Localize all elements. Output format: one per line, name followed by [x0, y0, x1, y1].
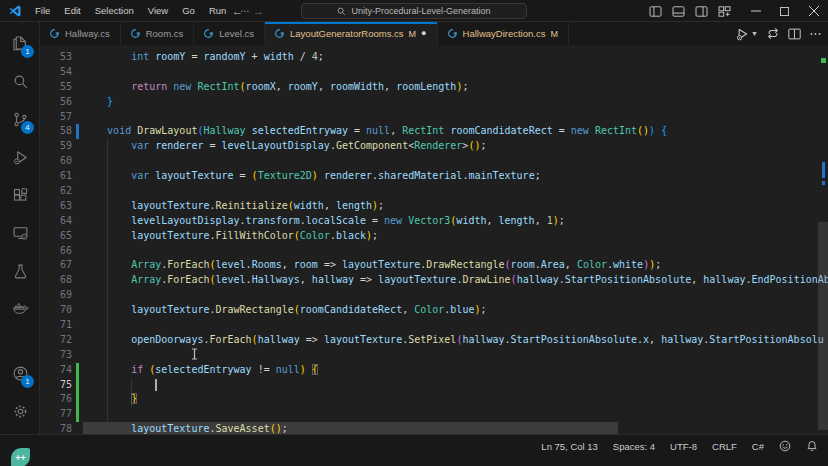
line-number[interactable]: 61 — [40, 169, 72, 184]
customize-layout-icon[interactable] — [713, 0, 736, 22]
extensions-activity-item[interactable] — [0, 176, 40, 214]
toggle-panel-icon[interactable] — [667, 0, 690, 22]
tab-hallwaydirection-cs[interactable]: HallwayDirection.csM — [438, 22, 569, 45]
line-number[interactable]: 74 — [40, 363, 72, 378]
search-activity-item[interactable] — [0, 62, 40, 100]
vertical-scrollbar[interactable] — [818, 222, 828, 430]
notifications-bell-icon[interactable] — [806, 440, 818, 452]
run-dropdown-chevron-icon[interactable]: ▼ — [751, 30, 758, 37]
code-line-68[interactable]: 68 Array.ForEach(level.Hallways, hallway… — [40, 273, 828, 288]
line-number[interactable]: 67 — [40, 258, 72, 273]
code-line-54[interactable]: 54 — [40, 65, 828, 80]
gutter[interactable] — [72, 318, 83, 333]
feedback-smiley-icon[interactable] — [779, 440, 791, 452]
code-line-55[interactable]: 55 return new RectInt(roomX, roomY, room… — [40, 80, 828, 95]
code-line-73[interactable]: 73 — [40, 348, 828, 363]
line-number[interactable]: 72 — [40, 333, 72, 348]
settings-gear-activity-item[interactable] — [0, 392, 40, 430]
code-line-63[interactable]: 63 layoutTexture.Reinitialize(width, len… — [40, 199, 828, 214]
line-number[interactable]: 57 — [40, 110, 72, 125]
gutter[interactable] — [72, 169, 83, 184]
run-or-debug-button[interactable]: ▼ — [733, 24, 760, 44]
menu-selection[interactable]: Selection — [88, 2, 141, 20]
explorer-activity-item[interactable]: 1 — [0, 24, 40, 62]
status-indentation[interactable]: Spaces: 4 — [613, 441, 655, 452]
line-number[interactable]: 54 — [40, 65, 72, 80]
line-number[interactable]: 63 — [40, 199, 72, 214]
code-line-76[interactable]: 76 } — [40, 392, 828, 407]
command-center[interactable]: Unity-Procedural-Level-Generation — [301, 3, 527, 19]
back-button[interactable]: ← — [232, 5, 243, 17]
code-line-66[interactable]: 66 — [40, 244, 828, 259]
code-line-77[interactable]: 77 — [40, 407, 828, 422]
remote-explorer-activity-item[interactable] — [0, 214, 40, 252]
line-number[interactable]: 70 — [40, 303, 72, 318]
line-number[interactable]: 55 — [40, 80, 72, 95]
menu-file[interactable]: File — [28, 2, 57, 20]
toggle-secondary-sidebar-icon[interactable] — [690, 0, 713, 22]
more-actions-icon[interactable] — [807, 24, 824, 44]
gutter[interactable] — [72, 214, 83, 229]
line-number[interactable]: 71 — [40, 318, 72, 333]
source-control-activity-item[interactable]: 4 — [0, 100, 40, 138]
line-number[interactable]: 64 — [40, 214, 72, 229]
line-number[interactable]: 65 — [40, 229, 72, 244]
gutter[interactable] — [72, 422, 83, 434]
code-line-61[interactable]: 61 var layoutTexture = (Texture2D) rende… — [40, 169, 828, 184]
line-number[interactable]: 76 — [40, 392, 72, 407]
gutter[interactable] — [72, 229, 83, 244]
line-number[interactable]: 77 — [40, 407, 72, 422]
split-editor-icon[interactable] — [786, 24, 803, 44]
code-line-53[interactable]: 53 int roomY = randomY + width / 4; — [40, 50, 828, 65]
gutter[interactable] — [72, 154, 83, 169]
code-line-75[interactable]: 75 — [40, 378, 828, 393]
code-editor[interactable]: 53 int roomY = randomY + width / 4;5455 … — [40, 45, 828, 434]
gutter[interactable] — [72, 378, 83, 393]
gutter[interactable] — [72, 407, 83, 422]
code-line-64[interactable]: 64 levelLayoutDisplay.transform.localSca… — [40, 214, 828, 229]
menu-run[interactable]: Run — [202, 2, 233, 20]
tab-level-cs[interactable]: Level.cs — [194, 22, 265, 45]
gutter[interactable] — [72, 95, 83, 110]
testing-activity-item[interactable] — [0, 252, 40, 290]
gutter[interactable] — [72, 258, 83, 273]
code-line-58[interactable]: 58 void DrawLayout(Hallway selectedEntry… — [40, 124, 828, 139]
gutter[interactable] — [72, 199, 83, 214]
minimize-icon[interactable] — [741, 0, 770, 22]
gutter[interactable] — [72, 124, 83, 139]
code-line-71[interactable]: 71 — [40, 318, 828, 333]
line-number[interactable]: 53 — [40, 50, 72, 65]
gutter[interactable] — [72, 303, 83, 318]
code-line-57[interactable]: 57 — [40, 110, 828, 125]
dirty-dot-icon[interactable]: ● — [421, 29, 426, 38]
line-number[interactable]: 78 — [40, 422, 72, 434]
gutter[interactable] — [72, 363, 83, 378]
code-line-67[interactable]: 67 Array.ForEach(level.Rooms, room => la… — [40, 258, 828, 273]
code-line-56[interactable]: 56 } — [40, 95, 828, 110]
gutter[interactable] — [72, 288, 83, 303]
line-number[interactable]: 68 — [40, 273, 72, 288]
line-number[interactable]: 75 — [40, 378, 72, 393]
toggle-primary-sidebar-icon[interactable] — [644, 0, 667, 22]
code-line-60[interactable]: 60 — [40, 154, 828, 169]
gutter[interactable] — [72, 65, 83, 80]
line-number[interactable]: 56 — [40, 95, 72, 110]
gutter[interactable] — [72, 80, 83, 95]
status-encoding[interactable]: UTF-8 — [670, 441, 697, 452]
line-number[interactable]: 73 — [40, 348, 72, 363]
line-number[interactable]: 62 — [40, 184, 72, 199]
code-line-70[interactable]: 70 layoutTexture.DrawRectangle(roomCandi… — [40, 303, 828, 318]
close-icon[interactable] — [799, 0, 828, 22]
gutter[interactable] — [72, 392, 83, 407]
gutter[interactable] — [72, 50, 83, 65]
line-number[interactable]: 66 — [40, 244, 72, 259]
line-number[interactable]: 69 — [40, 288, 72, 303]
code-line-65[interactable]: 65 layoutTexture.FillWithColor(Color.bla… — [40, 229, 828, 244]
menu-go[interactable]: Go — [175, 2, 202, 20]
gutter[interactable] — [72, 139, 83, 154]
code-line-62[interactable]: 62 — [40, 184, 828, 199]
gutter[interactable] — [72, 333, 83, 348]
tab-hallway-cs[interactable]: Hallway.cs — [40, 22, 121, 45]
line-number[interactable]: 58 — [40, 124, 72, 139]
account-activity-item[interactable]: 1 — [0, 354, 40, 392]
